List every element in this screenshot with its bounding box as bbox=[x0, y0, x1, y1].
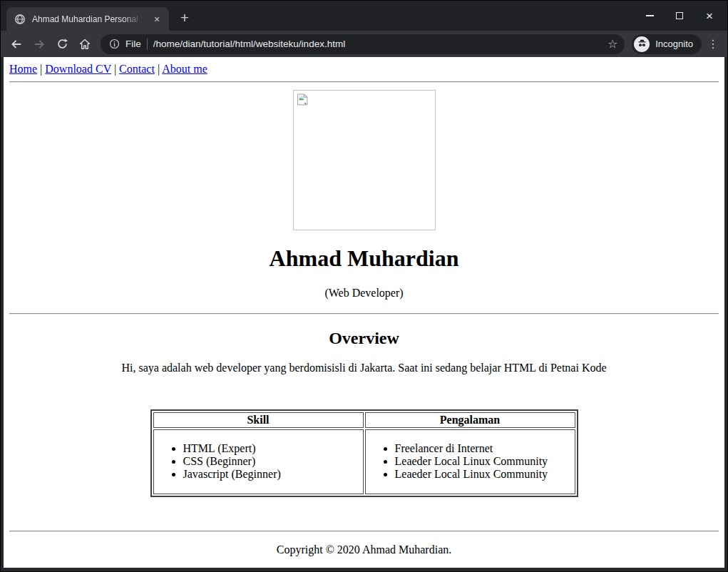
list-item: CSS (Beginner) bbox=[183, 455, 362, 468]
tab-strip: Ahmad Muhardian Personal W × + × bbox=[1, 1, 727, 31]
overview-heading: Overview bbox=[9, 329, 719, 348]
list-item: Javascript (Beginner) bbox=[183, 468, 362, 481]
address-bar[interactable]: File /home/dian/tutorial/html/websiteku/… bbox=[101, 34, 625, 54]
nav-link-contact[interactable]: Contact bbox=[119, 63, 155, 75]
copyright-text: Copyright © 2020 Ahmad Muhardian. bbox=[9, 543, 719, 556]
column-header-skill: Skill bbox=[153, 412, 364, 428]
forward-button[interactable] bbox=[29, 34, 49, 54]
incognito-badge: Incognito bbox=[632, 34, 702, 54]
column-header-pengalaman: Pengalaman bbox=[365, 412, 575, 428]
page-title: Ahmad Muhardian bbox=[9, 245, 719, 272]
nav-link-download-cv[interactable]: Download CV bbox=[45, 63, 111, 75]
incognito-icon bbox=[634, 36, 650, 52]
bookmark-star-icon[interactable]: ☆ bbox=[606, 37, 619, 51]
scheme-chip: File bbox=[125, 39, 141, 49]
nav-separator: | bbox=[114, 63, 116, 75]
broken-image-icon bbox=[297, 93, 309, 106]
list-item: Leaeder Local Linux Community bbox=[395, 455, 574, 468]
list-item: Leaeder Local Linux Community bbox=[395, 468, 574, 481]
page-content: Home | Download CV | Contact | About me bbox=[4, 57, 724, 568]
browser-toolbar: File /home/dian/tutorial/html/websiteku/… bbox=[1, 31, 727, 57]
url-text: /home/dian/tutorial/html/websiteku/index… bbox=[153, 39, 600, 49]
divider bbox=[9, 313, 719, 315]
profile-photo-wrap bbox=[9, 90, 719, 230]
broken-profile-image bbox=[293, 90, 436, 230]
window-controls: × bbox=[639, 6, 720, 25]
browser-window: Ahmad Muhardian Personal W × + × bbox=[0, 0, 728, 572]
nav-links: Home | Download CV | Contact | About me bbox=[9, 63, 719, 76]
nav-link-about-me[interactable]: About me bbox=[162, 63, 207, 75]
nav-link-home[interactable]: Home bbox=[9, 63, 37, 75]
chip-separator bbox=[147, 39, 148, 50]
tab-close-icon[interactable]: × bbox=[150, 13, 163, 26]
footer-divider bbox=[9, 531, 719, 532]
arrow-right-icon bbox=[33, 38, 46, 51]
incognito-label: Incognito bbox=[655, 39, 693, 49]
profile-role: (Web Developer) bbox=[9, 287, 719, 300]
table-row: HTML (Expert) CSS (Beginner) Javascript … bbox=[153, 429, 575, 494]
reload-button[interactable] bbox=[52, 34, 72, 54]
back-button[interactable] bbox=[6, 34, 26, 54]
arrow-left-icon bbox=[10, 38, 23, 51]
skills-table: Skill Pengalaman HTML (Expert) CSS (Begi… bbox=[150, 409, 578, 497]
experience-cell: Freelancer di Internet Leaeder Local Lin… bbox=[365, 429, 575, 494]
kebab-menu-icon[interactable]: ⋮ bbox=[704, 37, 722, 51]
list-item: Freelancer di Internet bbox=[395, 442, 574, 455]
new-tab-button[interactable]: + bbox=[175, 7, 195, 27]
overview-text: Hi, saya adalah web developer yang berdo… bbox=[9, 362, 719, 374]
minimize-icon bbox=[646, 15, 654, 16]
info-icon bbox=[109, 39, 120, 49]
skill-cell: HTML (Expert) CSS (Beginner) Javascript … bbox=[153, 429, 364, 494]
list-item: HTML (Expert) bbox=[183, 442, 362, 455]
home-button[interactable] bbox=[75, 34, 95, 54]
nav-separator: | bbox=[40, 63, 42, 75]
home-icon bbox=[78, 38, 91, 51]
browser-tab[interactable]: Ahmad Muhardian Personal W × bbox=[6, 7, 169, 31]
maximize-button[interactable] bbox=[669, 6, 690, 25]
divider bbox=[9, 81, 719, 83]
close-icon: × bbox=[706, 10, 713, 22]
tab-title: Ahmad Muhardian Personal W bbox=[32, 14, 144, 24]
globe-favicon-icon bbox=[14, 14, 26, 25]
minimize-button[interactable] bbox=[639, 6, 660, 25]
close-window-button[interactable]: × bbox=[699, 6, 720, 25]
nav-separator: | bbox=[158, 63, 160, 75]
reload-icon bbox=[56, 38, 68, 50]
maximize-icon bbox=[676, 12, 683, 19]
